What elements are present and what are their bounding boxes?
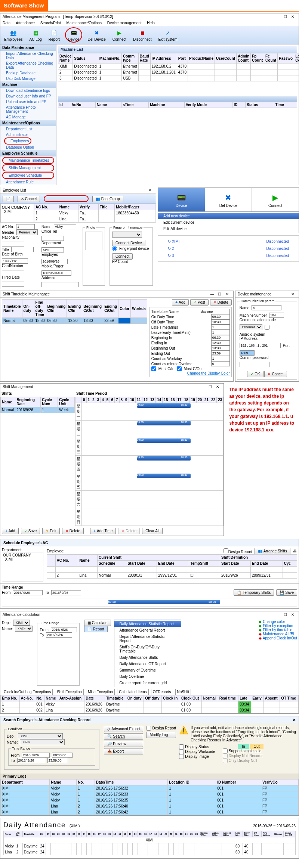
zoom-connect[interactable]: ▶Connect [252, 188, 299, 211]
min-icon[interactable]: — [274, 15, 281, 19]
btn-report[interactable]: 📄 Report [84, 626, 108, 632]
tab-2[interactable]: Misc Exception [86, 689, 115, 695]
menu-maint[interactable]: Maintenance/Options [67, 21, 102, 25]
f-otel[interactable] [41, 236, 64, 241]
dm-mode[interactable]: Ethernet [240, 324, 262, 330]
btn-advexport[interactable]: ◇ Advanced Export [104, 726, 143, 732]
side-import[interactable]: Import Attendance Checking Data [0, 51, 56, 61]
tb-connect[interactable]: ▶Connect [111, 28, 128, 42]
rm-5[interactable]: Daily Attendance OT Report [114, 661, 181, 667]
side-dbopt[interactable]: Database Option [0, 145, 56, 150]
ck-mustout[interactable] [177, 366, 182, 371]
mi-add[interactable]: Add new device [158, 213, 299, 219]
emp-new[interactable]: 📄 [3, 196, 14, 202]
tb-aclog[interactable]: ▦AC Log [28, 28, 43, 42]
side-usb[interactable]: Usb Disk Manage [0, 76, 56, 81]
sched-from[interactable] [13, 590, 43, 595]
tb-deldevice[interactable]: ✖Del Device [86, 28, 107, 42]
dm-port[interactable] [240, 350, 255, 356]
menu-search[interactable]: Search/Print [40, 21, 61, 25]
side-deptlist[interactable]: Department List [0, 126, 56, 132]
btn-export[interactable]: 📤 Export [104, 748, 143, 754]
table-row[interactable]: 3Disconnected1USB [58, 75, 299, 81]
calc-to[interactable] [46, 632, 72, 638]
ck-dw[interactable] [179, 749, 184, 754]
f-cw[interactable] [211, 356, 230, 361]
side-ul-user[interactable]: Upload user info and FP [0, 99, 56, 105]
zoom-deldevice[interactable]: ✖Del Device [205, 188, 252, 211]
sched-tree[interactable]: OUR COMPANY XIMI [2, 552, 43, 582]
btn-connect-device[interactable]: Connect Device [112, 240, 145, 246]
f-card[interactable] [2, 270, 24, 275]
sm-del[interactable]: Delete [62, 528, 84, 534]
table-row[interactable]: XIMIVicky12016/9/26 17:56:321001FP [1, 785, 299, 791]
print-icon[interactable]: 🖶 [293, 549, 297, 554]
btn-calculate[interactable]: ▦ Calculate [84, 620, 111, 626]
f-mob[interactable] [41, 270, 71, 276]
table-row[interactable]: XIMILina22016/9/26 17:56:421001FP [1, 809, 299, 815]
tab-1[interactable]: Shift Exception [55, 689, 84, 695]
link-maint[interactable]: Maintenance AL/BL [263, 632, 295, 636]
f-nat[interactable] [2, 242, 24, 247]
rm-0[interactable]: Daily Attendance Statistic Report [114, 621, 181, 627]
rm-6[interactable]: Summary of Overtime [114, 667, 181, 673]
tb-report[interactable]: 📄Report [47, 28, 61, 42]
table-row[interactable]: 2Disconnected1Ethernet192.168.1.2014370 [58, 69, 299, 75]
s-tot[interactable] [47, 758, 68, 763]
sm-add[interactable]: Add [2, 528, 19, 534]
menu-data[interactable]: Data [3, 21, 10, 25]
tb-disconnect[interactable]: ⏹Disconnect [132, 28, 153, 42]
side-admin[interactable]: Administrator [0, 132, 56, 137]
f-leave[interactable] [211, 330, 230, 335]
f-eout[interactable] [211, 351, 230, 356]
s-from[interactable] [22, 753, 50, 758]
dm-ok[interactable]: OK [247, 371, 263, 377]
tab-0[interactable]: Clock In/Out Log Exceptions [2, 689, 53, 695]
menu-device[interactable]: Device management [107, 21, 142, 25]
calc-dep[interactable]: XIMI [13, 620, 30, 626]
side-dl-logs[interactable]: Download attendance logs [0, 88, 56, 93]
tab-3[interactable]: Calculated Items [117, 689, 148, 695]
link-chgcolor[interactable]: Change the Display Color [187, 371, 230, 375]
mi-edit[interactable]: Edit current device [158, 219, 299, 226]
f-cm[interactable] [211, 361, 230, 366]
btn-temp[interactable]: 📋 Temporary Shifts [234, 589, 274, 596]
ck-ds[interactable] [179, 744, 184, 749]
sm-clearall[interactable]: Clear All [142, 528, 163, 534]
dm-ip[interactable] [240, 343, 281, 348]
btn-tt-del[interactable]: Delete [210, 299, 232, 306]
link-chgcolor2[interactable]: Change color [263, 620, 285, 624]
side-tt[interactable]: Maintenance Timetables [2, 157, 54, 164]
table-row[interactable]: 1VickyFa..18023594450 [34, 210, 156, 216]
side-employees[interactable]: Employees [4, 137, 31, 145]
table-row[interactable]: 2LinaFa.. [34, 216, 156, 222]
f-offduty[interactable] [211, 319, 230, 325]
table-row[interactable]: XIMIVicky12016/9/26 17:56:331001FP [1, 791, 299, 797]
menu-attendance[interactable]: Attendance [16, 21, 35, 25]
table-row[interactable]: XIMIVicky12016/9/26 17:56:351001FP [1, 797, 299, 803]
f-title[interactable] [11, 247, 34, 252]
close-icon[interactable]: ✕ [289, 15, 296, 19]
link-append[interactable]: Append Clock In/Out [263, 636, 297, 640]
sm-addtime[interactable]: Add Time [90, 528, 116, 534]
f-gender[interactable]: Female [16, 229, 38, 235]
dm-mn[interactable] [269, 313, 284, 318]
tb-exit[interactable]: ↗Exit system [157, 28, 179, 42]
calc-from[interactable] [51, 627, 77, 632]
ck-design[interactable] [224, 548, 228, 553]
calc-name[interactable]: <All> [15, 626, 33, 632]
btn-tt-post[interactable]: Post [190, 299, 209, 306]
f-dep[interactable] [41, 247, 64, 252]
menu-help[interactable]: Help [147, 21, 155, 25]
side-dl-user[interactable]: Download user info and FP [0, 93, 56, 99]
sm-save[interactable]: Save [21, 528, 40, 534]
ck-design2[interactable] [146, 726, 151, 731]
side-backup[interactable]: Backup Database [0, 70, 56, 76]
table-row[interactable]: XIMILina22016/9/26 17:56:401001FP [1, 803, 299, 809]
rm-8[interactable]: Create report for current grid [114, 680, 181, 686]
f-bout[interactable] [211, 345, 230, 351]
dm-name[interactable] [252, 305, 281, 310]
f-onduty[interactable] [211, 314, 230, 319]
rm-1[interactable]: Attendance General Report [114, 627, 181, 633]
side-export[interactable]: Export Attendance Checking Data [0, 61, 56, 70]
